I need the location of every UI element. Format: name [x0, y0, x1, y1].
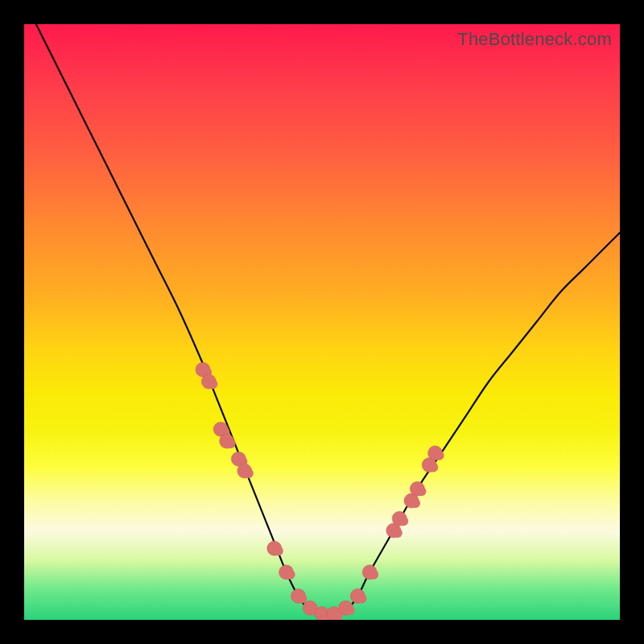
data-marker-lobe	[411, 498, 420, 508]
data-marker-lobe	[398, 516, 408, 526]
data-marker-lobe	[345, 605, 355, 615]
data-marker-lobe	[226, 439, 236, 448]
data-marker-lobe	[286, 570, 295, 580]
data-marker-lobe	[297, 593, 307, 603]
data-marker-lobe	[274, 546, 283, 555]
chart-svg	[24, 24, 620, 620]
plot-area: TheBottleneck.com	[24, 24, 620, 620]
data-marker-lobe	[435, 451, 444, 460]
data-marker-lobe	[393, 528, 402, 538]
right-cluster-markers	[386, 446, 444, 538]
chart-frame: TheBottleneck.com	[0, 0, 644, 644]
data-marker-lobe	[244, 469, 254, 478]
trough-markers	[267, 541, 378, 620]
data-marker-lobe	[428, 463, 438, 473]
bottleneck-curve	[36, 24, 620, 617]
data-marker-lobe	[208, 379, 217, 389]
data-marker-lobe	[416, 486, 426, 496]
left-cluster-markers	[196, 362, 254, 478]
data-marker-lobe	[369, 570, 378, 580]
data-marker-lobe	[357, 593, 366, 603]
